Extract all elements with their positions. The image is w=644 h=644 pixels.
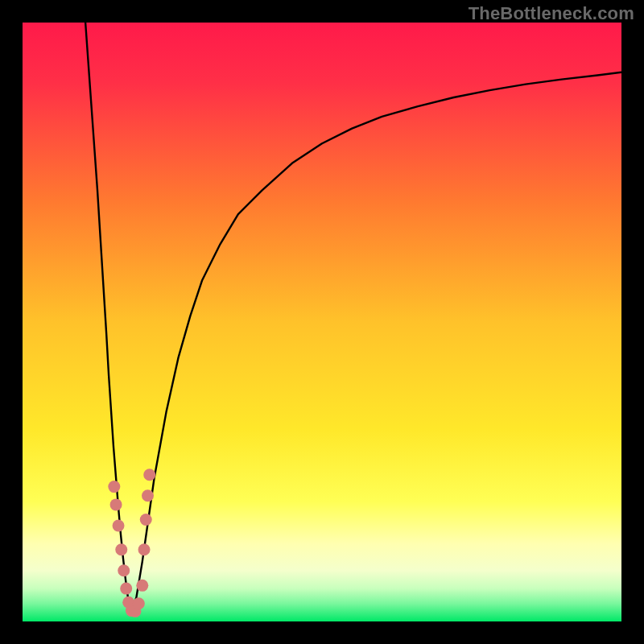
curves-layer: [23, 23, 621, 621]
data-marker: [142, 489, 154, 502]
watermark-text: TheBottleneck.com: [469, 3, 634, 24]
data-marker: [108, 481, 120, 493]
data-marker: [113, 519, 125, 531]
data-marker: [140, 514, 152, 526]
data-marker: [115, 543, 127, 555]
data-marker: [138, 543, 151, 555]
marker-group: [108, 469, 155, 617]
data-marker: [110, 498, 122, 510]
curve-right-branch: [130, 72, 621, 613]
plot-area: [23, 23, 621, 621]
data-marker: [143, 469, 155, 481]
data-marker: [136, 580, 148, 592]
data-marker: [120, 583, 132, 595]
chart-frame: TheBottleneck.com: [0, 0, 644, 644]
data-marker: [118, 564, 130, 576]
data-marker: [133, 597, 145, 609]
